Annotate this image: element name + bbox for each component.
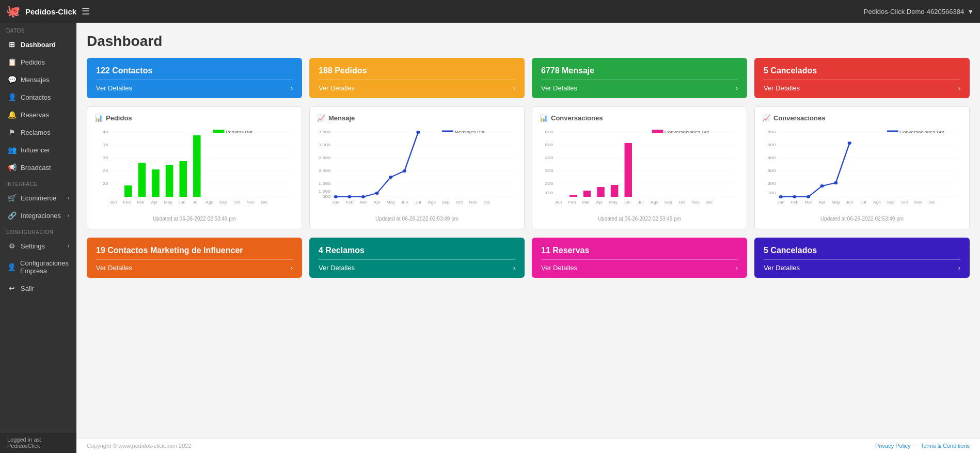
sidebar-section-interface: INTERFACE (0, 176, 76, 189)
stat-card-reservas-link[interactable]: Ver Detalles › (541, 259, 738, 272)
svg-rect-16 (166, 165, 173, 197)
chart-conv2-panel: 📈 Conversaciones 600 500 400 300 200 100 (754, 106, 970, 229)
stat-card-cancelados2: 5 Cancelados Ver Detalles › (754, 238, 970, 278)
settings-icon: ⚙ (7, 242, 17, 250)
ecommerce-icon: 🛒 (7, 194, 17, 202)
sidebar-item-integraciones[interactable]: 🔗 Integraciones › (0, 207, 76, 224)
chart-mensaje-svg: 3,500 3,000 2,500 2,000 1,500 1,000 500 … (317, 127, 517, 210)
sidebar-item-label: Broadcast (21, 164, 51, 171)
svg-text:Ago: Ago (873, 200, 881, 205)
privacy-policy-link[interactable]: Privacy Policy (875, 443, 910, 449)
svg-point-111 (793, 195, 796, 198)
dashboard-icon: ⊞ (7, 40, 17, 49)
chevron-right-icon: › (513, 264, 515, 272)
sidebar-item-pedidos[interactable]: 📋 Pedidos (0, 53, 76, 71)
sidebar-item-mensajes[interactable]: 💬 Mensajes (0, 71, 76, 88)
sidebar-item-contactos[interactable]: 👤 Contactos (0, 88, 76, 106)
svg-rect-79 (570, 195, 577, 197)
reservas-icon: 🔔 (7, 111, 17, 119)
topbar: 🐙 Pedidos-Click ☰ Pedidos-Click Demo-462… (0, 0, 980, 23)
stat-card-influencer-link[interactable]: Ver Detalles › (96, 259, 293, 272)
chevron-right-icon: › (291, 264, 293, 272)
sidebar-item-reclamos[interactable]: ⚑ Reclamos (0, 123, 76, 141)
sidebar-item-label: Contactos (21, 93, 51, 101)
chevron-right-icon: › (958, 264, 960, 272)
terms-conditions-link[interactable]: Terms & Conditions (921, 443, 970, 449)
svg-text:30: 30 (103, 155, 108, 160)
sidebar-item-reservas[interactable]: 🔔 Reservas (0, 106, 76, 123)
footer-links: Privacy Policy · Terms & Conditions (875, 443, 970, 449)
svg-text:300: 300 (545, 168, 553, 173)
svg-point-110 (779, 195, 783, 198)
svg-text:Pedidos Bot: Pedidos Bot (226, 130, 253, 134)
svg-text:35: 35 (103, 143, 108, 147)
sidebar-item-salir[interactable]: ↩ Salir (0, 279, 76, 297)
svg-rect-14 (138, 163, 146, 197)
sidebar-item-label: Settings (21, 242, 45, 250)
svg-point-113 (820, 184, 824, 188)
app-title: Pedidos-Click (25, 7, 76, 16)
sidebar-item-influencer[interactable]: 👥 Influencer (0, 141, 76, 159)
svg-text:Jun: Jun (179, 200, 186, 205)
stat-card-cancelados2-link[interactable]: Ver Detalles › (764, 259, 960, 272)
chart-mensaje-panel: 📈 Mensaje 3,500 3,000 2,500 2,000 1,500 … (309, 106, 525, 229)
sidebar: DATOS ⊞ Dashboard 📋 Pedidos 💬 Mensajes 👤… (0, 23, 76, 453)
svg-text:Mar: Mar (804, 200, 812, 205)
sidebar-item-ecommerce[interactable]: 🛒 Ecommerce › (0, 189, 76, 207)
bar-chart-icon: 📊 (94, 114, 103, 122)
svg-text:Jun: Jun (846, 200, 853, 205)
stat-card-cancelados-link[interactable]: Ver Detalles › (764, 80, 960, 92)
chevron-right-icon: › (291, 84, 293, 92)
sidebar-item-config-empresa[interactable]: 👤 Configuraciones Empresa (0, 255, 76, 279)
svg-text:Sep: Sep (665, 200, 672, 205)
svg-text:Jul: Jul (638, 200, 644, 205)
svg-text:400: 400 (767, 155, 776, 160)
svg-point-48 (361, 195, 365, 198)
svg-text:40: 40 (103, 130, 108, 134)
hamburger-button[interactable]: ☰ (82, 6, 90, 17)
chevron-right-icon: › (958, 84, 960, 92)
stat-card-influencer: 19 Contactos Marketing de Influencer Ver… (87, 238, 302, 278)
svg-text:Dic: Dic (706, 200, 713, 205)
line-chart2-icon: 📈 (762, 114, 770, 122)
svg-text:Jul: Jul (416, 200, 421, 205)
svg-text:Mar: Mar (137, 200, 145, 205)
svg-point-49 (375, 192, 378, 195)
sidebar-item-label: Dashboard (21, 41, 56, 49)
stat-card-pedidos: 188 Pedidos Ver Detalles › (309, 58, 525, 98)
broadcast-icon: 📢 (7, 163, 17, 171)
footer: Copyright © www.pedidos-click.com 2022 P… (0, 438, 980, 453)
sidebar-item-broadcast[interactable]: 📢 Broadcast (0, 159, 76, 176)
stat-card-mensaje-link[interactable]: Ver Detalles › (541, 80, 738, 92)
svg-text:Oct: Oct (233, 200, 241, 205)
svg-text:600: 600 (767, 130, 776, 134)
user-icon: ▼ (967, 8, 974, 15)
svg-text:400: 400 (545, 155, 553, 160)
main-content: Dashboard 122 Contactos Ver Detalles › 1… (76, 23, 980, 438)
sidebar-item-dashboard[interactable]: ⊞ Dashboard (0, 36, 76, 53)
svg-rect-15 (152, 169, 160, 197)
stat-card-contactos-link[interactable]: Ver Detalles › (96, 80, 293, 92)
svg-text:May: May (832, 200, 840, 205)
chart-mensaje-title: 📈 Mensaje (317, 114, 517, 122)
svg-text:2,000: 2,000 (318, 168, 330, 173)
chart-conv1-title: 📊 Conversaciones (540, 114, 739, 122)
svg-point-46 (334, 195, 338, 198)
sidebar-item-label: Integraciones (21, 212, 61, 220)
sidebar-item-label: Pedidos (21, 58, 45, 66)
svg-text:Sep: Sep (442, 200, 450, 205)
stat-card-mensaje: 6778 Mensaje Ver Detalles › (532, 58, 747, 98)
svg-text:Feb: Feb (791, 200, 799, 205)
svg-text:Jun: Jun (624, 200, 631, 205)
stat-card-cancelados: 5 Cancelados Ver Detalles › (754, 58, 970, 98)
chart-pedidos-title: 📊 Pedidos (94, 114, 294, 122)
stat-card-pedidos-link[interactable]: Ver Detalles › (319, 80, 515, 92)
svg-text:20: 20 (103, 181, 108, 186)
chart-pedidos-wrapper: 40 35 30 25 20 Pedidos Bot (94, 127, 294, 212)
sidebar-item-settings[interactable]: ⚙ Settings › (0, 237, 76, 255)
stat-card-reclamos-link[interactable]: Ver Detalles › (319, 259, 515, 272)
svg-text:Jan: Jan (332, 200, 339, 205)
config-empresa-icon: 👤 (7, 263, 16, 271)
svg-text:500: 500 (767, 143, 776, 147)
svg-rect-82 (611, 185, 619, 197)
